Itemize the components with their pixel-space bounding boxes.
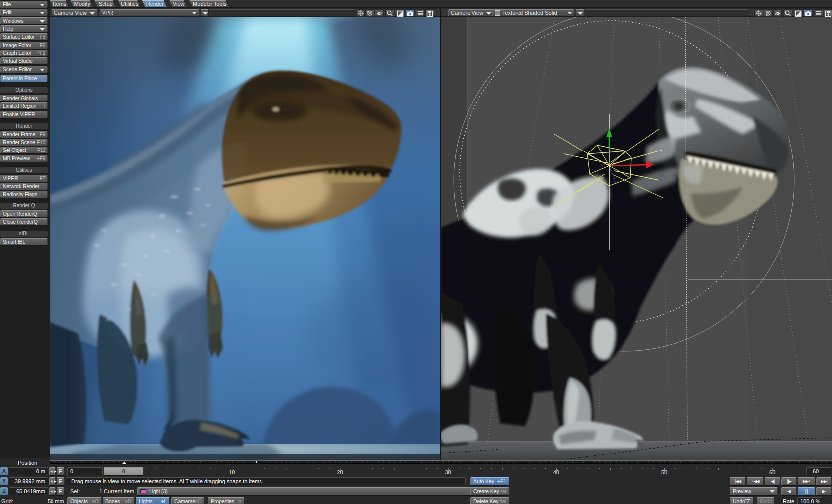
svg-text:10: 10	[229, 469, 235, 475]
svg-text:60: 60	[769, 469, 775, 475]
svg-text:30: 30	[445, 469, 451, 475]
svg-text:40: 40	[553, 469, 559, 475]
svg-text:20: 20	[337, 469, 343, 475]
svg-text:50: 50	[661, 469, 667, 475]
